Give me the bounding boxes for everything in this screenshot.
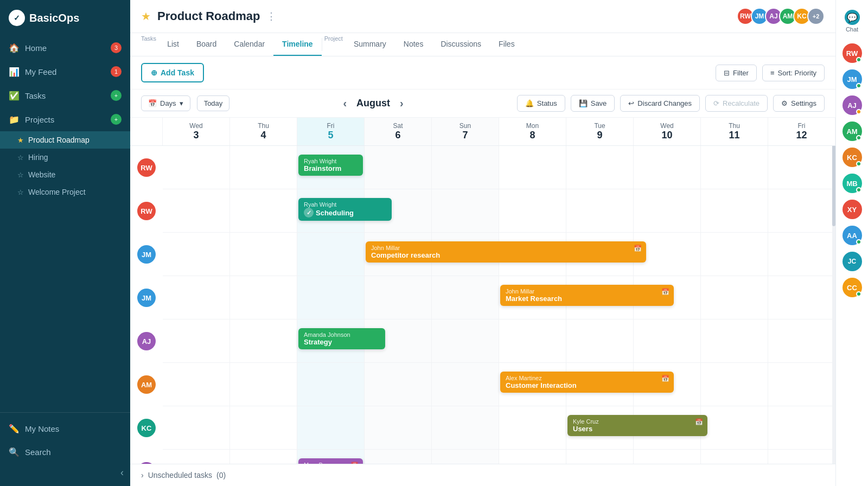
cell <box>365 450 432 464</box>
today-button[interactable]: Today <box>197 95 230 111</box>
task-bar-budget-plan[interactable]: Mary Barry Budget Plan 📅 <box>298 458 363 464</box>
row-user-avatar: AM <box>137 375 156 394</box>
grid-row-4: JM John Millar Market Research 📅 <box>130 276 835 319</box>
row-user-avatar: KC <box>137 419 156 437</box>
task-bar-competitor-research[interactable]: John Millar Competitor research 📅 <box>366 241 646 263</box>
right-panel-avatar[interactable]: AJ <box>843 95 862 115</box>
cell <box>365 276 432 319</box>
right-panel-avatar[interactable]: MB <box>843 174 862 193</box>
right-panel-avatar[interactable]: AA <box>843 226 862 245</box>
tab-board[interactable]: Board <box>188 33 225 56</box>
nav-tasks-label: Tasks <box>25 91 46 100</box>
sort-button[interactable]: ≡ Sort: Priority <box>762 65 825 81</box>
task-bar-users[interactable]: Kyle Cruz Users 📅 <box>567 415 707 436</box>
sidebar-project-product-roadmap[interactable]: ★ Product Roadmap <box>0 131 130 149</box>
tab-notes[interactable]: Notes <box>395 33 432 56</box>
status-button[interactable]: 🔔 Status <box>517 95 565 112</box>
sidebar-item-search[interactable]: 🔍 Search <box>0 440 130 464</box>
chevron-right-icon: › <box>141 471 144 479</box>
current-month: August <box>356 98 390 109</box>
cell <box>230 233 297 276</box>
task-bar-customer-interaction[interactable]: Alex Martinez Customer Interaction 📅 <box>500 372 674 393</box>
cell <box>768 189 835 233</box>
tab-calendar[interactable]: Calendar <box>225 33 273 56</box>
prev-month-button[interactable]: ‹ <box>341 95 349 112</box>
star-icon: ☆ <box>17 188 24 196</box>
row-user-avatar: AJ <box>137 332 156 350</box>
toolbar: ⊕ Add Task ⊟ Filter ≡ Sort: Priority <box>130 56 835 89</box>
cell <box>432 450 499 464</box>
add-icon: ⊕ <box>151 68 157 77</box>
discard-changes-button[interactable]: ↩ Discard Changes <box>620 95 700 112</box>
cell: Ryah Wright Brainstorm <box>297 146 365 189</box>
timeline-grid[interactable]: Wed3 Thu4 Fri5 Sat6 Sun7 Mon8 Tue9 Wed10… <box>130 118 835 464</box>
task-bar-market-research[interactable]: John Millar Market Research 📅 <box>500 285 674 306</box>
task-bar-scheduling[interactable]: Ryah Wright ✓ Scheduling <box>298 198 392 221</box>
status-dot <box>856 187 861 193</box>
sidebar-item-my-feed[interactable]: 📊 My Feed 1 <box>0 60 130 84</box>
tab-discussions[interactable]: Discussions <box>432 33 490 56</box>
right-panel-avatar[interactable]: KC <box>843 148 862 167</box>
tab-list[interactable]: List <box>158 33 188 56</box>
sidebar-item-home[interactable]: 🏠 Home 3 <box>0 36 130 60</box>
cell <box>499 450 566 464</box>
tabs-bar: Tasks List Board Calendar Timeline Proje… <box>130 33 835 56</box>
sidebar: ✓ BasicOps 🏠 Home 3 📊 My Feed 1 ✅ Tasks … <box>0 0 130 486</box>
settings-button[interactable]: ⚙ Settings <box>773 95 825 112</box>
cell <box>230 146 297 189</box>
task-bar-strategy[interactable]: Amanda Johnson Strategy <box>298 328 385 349</box>
cell <box>230 406 297 450</box>
unscheduled-tasks-bar[interactable]: › Unscheduled tasks (0) <box>130 464 835 486</box>
grid-col-mon8: Mon8 <box>499 118 566 145</box>
sidebar-project-hiring[interactable]: ☆ Hiring <box>0 149 130 166</box>
avatar-overflow-count: +2 <box>807 8 825 25</box>
right-panel-avatar[interactable]: CC <box>843 278 862 297</box>
scrollbar-track <box>832 118 835 464</box>
gear-icon: ⚙ <box>781 99 788 107</box>
nav-feed-label: My Feed <box>25 67 56 76</box>
cell: Ryah Wright ✓ Scheduling <box>297 189 365 233</box>
days-view-button[interactable]: 📅 Days ▾ <box>141 95 190 111</box>
collapse-sidebar-button[interactable]: ‹ <box>0 464 130 482</box>
sidebar-project-website[interactable]: ☆ Website <box>0 166 130 183</box>
right-panel-avatar[interactable]: XY <box>843 200 862 219</box>
row-avatar-5: AJ <box>130 319 163 363</box>
tab-summary[interactable]: Summary <box>345 33 395 56</box>
tasks-badge: + <box>111 90 122 101</box>
cell <box>768 233 835 276</box>
tab-files[interactable]: Files <box>490 33 524 56</box>
header-menu-button[interactable]: ⋮ <box>266 10 276 22</box>
filter-button[interactable]: ⊟ Filter <box>716 65 757 81</box>
right-panel-avatar[interactable]: JM <box>843 69 862 89</box>
row-avatar-4: JM <box>130 276 163 319</box>
chevron-down-icon: ▾ <box>180 99 183 107</box>
cell <box>701 276 768 319</box>
add-task-button[interactable]: ⊕ Add Task <box>141 63 204 82</box>
cell <box>701 363 768 406</box>
row-avatar-1: RW <box>130 146 163 189</box>
calendar-icon: 📅 <box>350 462 359 464</box>
sidebar-item-my-notes[interactable]: ✏️ My Notes <box>0 417 130 440</box>
title-star-icon: ★ <box>141 10 151 23</box>
row-avatar-3: JM <box>130 233 163 276</box>
grid-row-2: RW Ryah Wright ✓ Scheduling <box>130 189 835 233</box>
cell <box>365 363 432 406</box>
sidebar-item-projects[interactable]: 📁 Projects + <box>0 107 130 131</box>
app-logo[interactable]: ✓ BasicOps <box>0 0 130 36</box>
search-icon: 🔍 <box>9 447 20 457</box>
next-month-button[interactable]: › <box>398 95 406 112</box>
chat-button[interactable]: 💬 Chat <box>840 5 864 37</box>
sidebar-item-tasks[interactable]: ✅ Tasks + <box>0 84 130 107</box>
right-panel-jc-initials[interactable]: JC <box>843 252 862 271</box>
cell <box>701 450 768 464</box>
row-avatar-7: KC <box>130 406 163 450</box>
tab-timeline[interactable]: Timeline <box>273 33 322 56</box>
right-panel-avatar[interactable]: AM <box>843 122 862 141</box>
collaborator-avatars: RW JM AJ AM KC +2 <box>737 8 825 25</box>
save-button[interactable]: 💾 Save <box>571 95 615 112</box>
projects-icon: 📁 <box>9 114 20 125</box>
recalculate-button[interactable]: ⟳ Recalculate <box>705 95 768 112</box>
task-bar-brainstorm[interactable]: Ryah Wright Brainstorm <box>298 155 363 176</box>
right-panel-avatar[interactable]: RW <box>843 43 862 63</box>
sidebar-project-welcome[interactable]: ☆ Welcome Project <box>0 183 130 201</box>
